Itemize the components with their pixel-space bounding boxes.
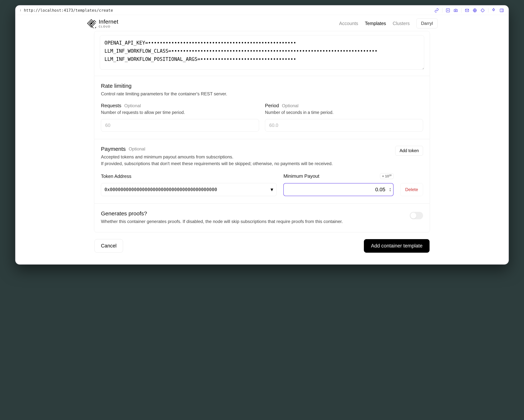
payout-exponent-badge: × 1018	[380, 173, 393, 179]
panel-icon[interactable]	[499, 8, 504, 13]
generates-proofs-desc: Whether this container generates proofs.…	[101, 218, 402, 225]
url-text[interactable]: http://localhost:4173/templates/create	[24, 8, 434, 13]
user-menu-button[interactable]: Darryl	[416, 18, 437, 28]
toggle-knob	[410, 213, 416, 219]
page-content: Infernet CLOUD Accounts Templates Cluste…	[16, 15, 508, 264]
form-card-wrap: Rate limiting Control rate limiting para…	[94, 31, 430, 253]
requests-field: Requests Optional Number of requests to …	[101, 103, 259, 131]
form-card: Rate limiting Control rate limiting para…	[94, 31, 430, 232]
period-label: Period	[265, 103, 279, 109]
logo-icon	[87, 18, 96, 28]
main-nav: Accounts Templates Clusters Darryl	[339, 18, 437, 28]
token-address-combobox[interactable]: 0x00000000000000000000000000000000000000…	[101, 183, 277, 196]
requests-optional: Optional	[124, 103, 141, 108]
mail-icon[interactable]	[465, 8, 469, 13]
brand-sub: CLOUD	[99, 25, 118, 28]
nav-accounts[interactable]: Accounts	[339, 21, 358, 26]
crosshair-icon[interactable]	[480, 8, 485, 13]
nav-clusters[interactable]: Clusters	[393, 21, 410, 26]
token-address-field: Token Address 0x000000000000000000000000…	[101, 174, 277, 196]
extension-icon[interactable]	[492, 8, 496, 13]
rate-limiting-title: Rate limiting	[101, 83, 131, 89]
payments-title: Payments	[101, 146, 126, 152]
svg-point-1	[455, 10, 456, 11]
download-icon[interactable]	[446, 8, 450, 13]
minimum-payout-field: Minimum Payout × 1018 ▲▼	[283, 173, 393, 196]
token-address-value: 0x00000000000000000000000000000000000000…	[105, 187, 268, 192]
payout-label: Minimum Payout	[283, 173, 319, 179]
generates-proofs-title: Generates proofs?	[101, 210, 147, 217]
info-icon[interactable]: i	[20, 9, 21, 12]
payout-input[interactable]	[283, 183, 393, 196]
add-container-template-button[interactable]: Add container template	[364, 239, 429, 253]
nav-templates[interactable]: Templates	[365, 21, 386, 26]
footer-actions: Cancel Add container template	[94, 239, 430, 253]
brand-name: Infernet	[99, 19, 118, 25]
env-section-header	[94, 31, 430, 35]
camera-icon[interactable]	[454, 8, 458, 13]
add-token-button[interactable]: Add token	[395, 146, 423, 156]
period-optional: Optional	[282, 103, 298, 108]
payments-optional: Optional	[129, 146, 145, 152]
generates-proofs-section: Generates proofs? Whether this container…	[94, 203, 430, 232]
rate-limiting-section: Rate limiting Control rate limiting para…	[94, 76, 430, 139]
number-spinner-icon[interactable]: ▲▼	[389, 187, 391, 192]
env-vars-textarea[interactable]	[100, 35, 424, 70]
period-input[interactable]	[265, 119, 423, 131]
app-header: Infernet CLOUD Accounts Templates Cluste…	[23, 15, 501, 31]
browser-window: i http://localhost:4173/templates/create	[15, 5, 509, 264]
requests-label: Requests	[101, 103, 121, 109]
globe-icon[interactable]	[473, 8, 477, 13]
rate-limiting-desc: Control rate limiting parameters for the…	[101, 90, 423, 97]
token-address-label: Token Address	[101, 174, 277, 179]
payments-desc2: If provided, subscriptions that don't me…	[101, 160, 423, 167]
payments-section: Payments Optional Accepted tokens and mi…	[94, 139, 430, 203]
generates-proofs-toggle[interactable]	[410, 212, 423, 219]
svg-rect-5	[500, 9, 503, 12]
period-field: Period Optional Number of seconds in a t…	[265, 103, 423, 131]
svg-point-4	[481, 9, 484, 12]
browser-address-bar: i http://localhost:4173/templates/create	[16, 6, 508, 15]
delete-token-button[interactable]: Delete	[400, 183, 423, 196]
logo[interactable]: Infernet CLOUD	[87, 18, 118, 28]
requests-input[interactable]	[101, 119, 259, 131]
chevron-down-icon: ▼	[271, 187, 273, 192]
link-icon[interactable]	[434, 8, 439, 13]
browser-toolbar-icons	[434, 8, 504, 13]
payments-desc1: Accepted tokens and minimum payout amoun…	[101, 154, 233, 160]
period-sub: Number of seconds in a time period.	[265, 110, 423, 115]
cancel-button[interactable]: Cancel	[95, 239, 123, 253]
requests-sub: Number of requests to allow per time per…	[101, 110, 259, 115]
